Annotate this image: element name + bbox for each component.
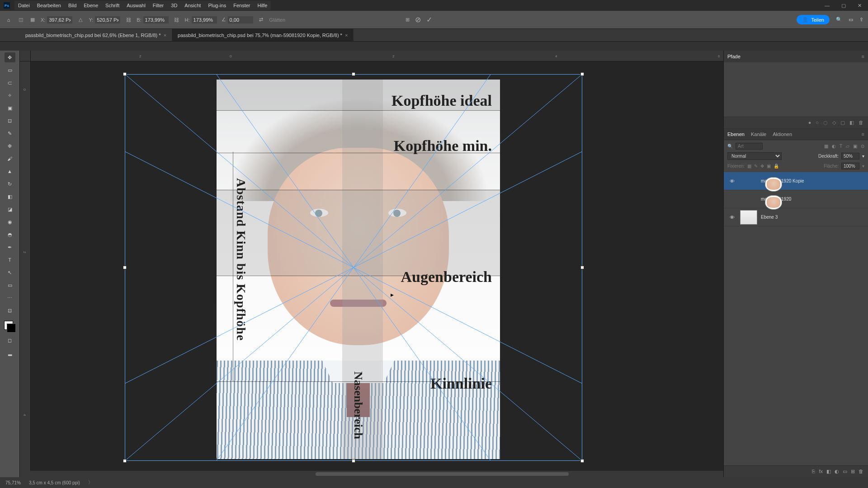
path-fill-icon[interactable]: ● (808, 120, 811, 126)
search-icon[interactable]: 🔍 (836, 17, 842, 23)
link-icon[interactable]: ⛓ (125, 16, 132, 23)
gradient-tool[interactable]: ◪ (5, 204, 15, 214)
delete-layer-icon[interactable]: 🗑 (859, 469, 863, 474)
shape-tool[interactable]: ▭ (5, 280, 15, 290)
zoom-tool[interactable]: ⊡ (5, 305, 15, 315)
menu-plugins[interactable]: Plug-ins (208, 3, 226, 8)
close-tab-icon[interactable]: × (164, 33, 166, 38)
menu-3d[interactable]: 3D (171, 3, 177, 8)
filter-adjust-icon[interactable]: ◐ (832, 144, 836, 149)
layer-thumbnail[interactable] (765, 195, 782, 210)
fill-dropdown-icon[interactable]: ▾ (862, 164, 864, 169)
menu-schrift[interactable]: Schrift (105, 3, 119, 8)
lasso-tool[interactable]: ⸦ (5, 78, 15, 88)
transform-box[interactable] (125, 74, 582, 461)
menu-hilfe[interactable]: Hilfe (257, 3, 267, 8)
lock-paint-icon[interactable]: ✎ (754, 164, 758, 169)
filter-type-icon[interactable]: T (840, 144, 842, 149)
horizontal-scrollbar[interactable] (20, 471, 723, 477)
heal-tool[interactable]: ❉ (5, 141, 15, 151)
glatten-label[interactable]: Glätten (269, 17, 285, 23)
transform-tool-icon[interactable]: ◫ (17, 16, 24, 23)
window-close-button[interactable]: ✕ (855, 2, 864, 9)
layer-name[interactable]: Ebene 3 (761, 215, 778, 220)
layer-thumbnail[interactable] (740, 210, 757, 225)
transform-handle-bl[interactable] (123, 459, 127, 463)
type-tool[interactable]: T (5, 255, 15, 265)
filter-shape-icon[interactable]: ▱ (846, 144, 849, 149)
menu-datei[interactable]: Datei (18, 3, 30, 8)
transform-handle-tl[interactable] (123, 72, 127, 76)
home-icon[interactable]: ⌂ (5, 16, 13, 24)
mask-icon[interactable]: ◧ (849, 120, 854, 126)
transform-handle-br[interactable] (580, 459, 584, 463)
window-maximize-button[interactable]: ▢ (839, 2, 849, 9)
lock-artboard-icon[interactable]: ▣ (767, 164, 771, 169)
menu-filter[interactable]: Filter (153, 3, 164, 8)
panel-menu-icon[interactable]: ≡ (862, 54, 864, 59)
interp-icon[interactable]: ⇄ (258, 16, 265, 23)
hand-tool[interactable]: ⋯ (5, 293, 15, 303)
fill-input[interactable] (841, 163, 859, 169)
layer-fx-icon[interactable]: fx (819, 469, 823, 474)
layer-visibility-toggle[interactable]: 👁 (727, 178, 736, 184)
path-select-tool[interactable]: ↖ (5, 267, 15, 277)
doc-tab-2[interactable]: passbild_biometrisch_chip.psd bei 75,7% … (172, 29, 354, 41)
canvas[interactable]: 2 0 2 4 6 0 2 4 Kopfhöhe ideal (20, 51, 723, 477)
link2-icon[interactable]: ⛓ (173, 16, 180, 23)
transform-handle-mr[interactable] (580, 266, 584, 269)
warp-icon[interactable]: ⊞ (406, 17, 410, 23)
stamp-tool[interactable]: ▲ (5, 166, 15, 176)
blur-tool[interactable]: ◉ (5, 217, 15, 227)
layer-visibility-toggle[interactable]: 👁 (727, 215, 736, 220)
screenmode-tool[interactable]: ▂ (5, 348, 15, 358)
menu-auswahl[interactable]: Auswahl (127, 3, 146, 8)
status-chevron-icon[interactable]: 〉 (88, 479, 93, 486)
export-icon[interactable]: ⇪ (859, 17, 863, 23)
layer-row[interactable]: man-59081920 (724, 190, 868, 208)
workspace-icon[interactable]: ▭ (849, 17, 853, 23)
crop-tool[interactable]: ▣ (5, 103, 15, 113)
filter-pixel-icon[interactable]: ▦ (824, 144, 828, 149)
link-layers-icon[interactable]: ⎘ (812, 469, 815, 474)
path-stroke-icon[interactable]: ○ (816, 120, 819, 126)
path-to-sel-icon[interactable]: ◌ (823, 120, 828, 126)
ebenen-tab[interactable]: Ebenen (727, 131, 745, 137)
angle-input[interactable] (228, 16, 253, 23)
close-tab-icon[interactable]: × (345, 33, 348, 38)
transform-handle-tr[interactable] (580, 72, 584, 76)
blend-mode-select[interactable]: Normal (727, 152, 782, 160)
swap-icon[interactable]: △ (77, 16, 84, 23)
doc-tab-1[interactable]: passbild_biometrisch_chip.psd bei 62,6% … (20, 29, 172, 41)
layer-mask-icon[interactable]: ◧ (826, 469, 831, 474)
layer-search-input[interactable] (736, 143, 763, 150)
marquee-tool[interactable]: ▭ (5, 65, 15, 75)
search-layers-icon[interactable]: 🔍 (727, 144, 733, 149)
menu-fenster[interactable]: Fenster (233, 3, 250, 8)
cancel-transform-button[interactable]: ⊘ (415, 15, 421, 24)
height-input[interactable] (192, 16, 217, 23)
share-button[interactable]: 👤Teilen (797, 15, 830, 24)
layer-row[interactable]: 👁 man-59081920 Kopie (724, 172, 868, 190)
wand-tool[interactable]: ✧ (5, 90, 15, 100)
layer-group-icon[interactable]: ▭ (843, 469, 847, 474)
opacity-dropdown-icon[interactable]: ▾ (862, 154, 864, 159)
sel-to-path-icon[interactable]: ◇ (832, 120, 836, 126)
pfade-tab[interactable]: Pfade (727, 54, 741, 59)
opacity-input[interactable] (841, 153, 859, 160)
layer-panel-menu-icon[interactable]: ≡ (862, 131, 864, 137)
eraser-tool[interactable]: ◧ (5, 192, 15, 202)
delete-path-icon[interactable]: 🗑 (859, 120, 863, 126)
window-minimize-button[interactable]: — (822, 2, 832, 9)
menu-ebene[interactable]: Ebene (84, 3, 98, 8)
move-tool[interactable]: ✥ (5, 52, 15, 62)
aktionen-tab[interactable]: Aktionen (773, 131, 792, 137)
layer-thumbnail[interactable] (765, 177, 782, 192)
zoom-level[interactable]: 75,71% (5, 480, 21, 485)
new-path-icon[interactable]: ▢ (840, 120, 845, 126)
transform-handle-tc[interactable] (352, 72, 355, 76)
y-input[interactable] (95, 16, 120, 23)
kanale-tab[interactable]: Kanäle (751, 131, 766, 137)
transform-handle-bc[interactable] (352, 459, 355, 463)
commit-transform-button[interactable]: ✓ (426, 15, 432, 24)
